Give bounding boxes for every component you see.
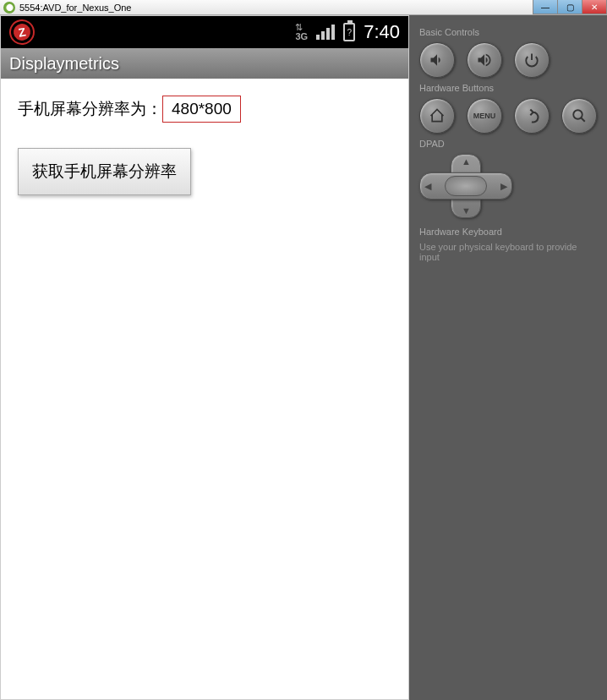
resolution-row: 手机屏幕分辨率为： 480*800 — [18, 96, 391, 123]
clock: 7:40 — [364, 21, 400, 43]
dpad-right-button[interactable]: ▶ — [500, 181, 507, 192]
network-3g-icon: ⇅ 3G — [295, 23, 308, 41]
hardware-keyboard-label: Hardware Keyboard — [419, 227, 597, 237]
battery-icon: ? — [343, 23, 355, 41]
hardware-buttons-row: MENU — [419, 98, 597, 134]
search-icon — [571, 108, 587, 123]
svg-point-0 — [573, 110, 582, 119]
app-content: 手机屏幕分辨率为： 480*800 获取手机屏幕分辨率 — [1, 79, 408, 699]
android-emulator-icon: ⬤ — [3, 2, 15, 14]
window-controls: — ▢ ✕ — [533, 0, 607, 14]
home-button[interactable] — [419, 98, 455, 134]
main-area: Z ⇅ 3G ? 7:40 Displaymetrics 手机屏幕分辨率为 — [0, 15, 607, 700]
control-panel: Basic Controls Hardware Buttons MENU — [409, 15, 607, 700]
volume-high-icon — [476, 52, 493, 68]
app-logo-icon: Z — [8, 18, 37, 47]
maximize-button[interactable]: ▢ — [557, 0, 582, 14]
signal-icon — [316, 25, 335, 40]
dpad-label: DPAD — [419, 139, 597, 149]
window-title: 5554:AVD_for_Nexus_One — [19, 3, 132, 13]
status-bar: Z ⇅ 3G ? 7:40 — [1, 16, 408, 48]
basic-controls-row — [419, 42, 597, 78]
emulator-screen: Z ⇅ 3G ? 7:40 Displaymetrics 手机屏幕分辨率为 — [0, 15, 409, 700]
get-resolution-button[interactable]: 获取手机屏幕分辨率 — [18, 148, 191, 195]
hardware-buttons-label: Hardware Buttons — [419, 83, 597, 93]
window-titlebar: ⬤ 5554:AVD_for_Nexus_One — ▢ ✕ — [0, 0, 607, 15]
dpad-up-button[interactable]: ▲ — [462, 156, 471, 167]
menu-button[interactable]: MENU — [467, 98, 502, 134]
volume-low-icon — [429, 52, 446, 68]
dpad-down-button[interactable]: ▼ — [462, 205, 471, 216]
volume-down-button[interactable] — [419, 42, 455, 78]
back-button[interactable] — [514, 98, 550, 134]
minimize-button[interactable]: — — [533, 0, 558, 14]
resolution-label: 手机屏幕分辨率为： — [18, 98, 162, 120]
back-icon — [523, 107, 540, 124]
app-logo-letter: Z — [12, 22, 31, 41]
resolution-value: 480*800 — [162, 96, 241, 123]
dpad-center-button[interactable] — [445, 176, 487, 196]
dpad-left-button[interactable]: ◀ — [424, 181, 431, 192]
power-icon — [524, 52, 539, 68]
keyboard-hint: Use your physical keyboard to provide in… — [419, 242, 597, 262]
status-right: ⇅ 3G ? 7:40 — [295, 21, 400, 43]
basic-controls-label: Basic Controls — [419, 27, 597, 37]
power-button[interactable] — [514, 42, 550, 78]
search-button[interactable] — [561, 98, 597, 134]
dpad: ▲ ▼ ◀ ▶ — [419, 154, 512, 218]
home-icon — [429, 107, 446, 124]
close-button[interactable]: ✕ — [582, 0, 607, 14]
app-title: Displaymetrics — [1, 48, 408, 79]
volume-up-button[interactable] — [467, 42, 502, 78]
